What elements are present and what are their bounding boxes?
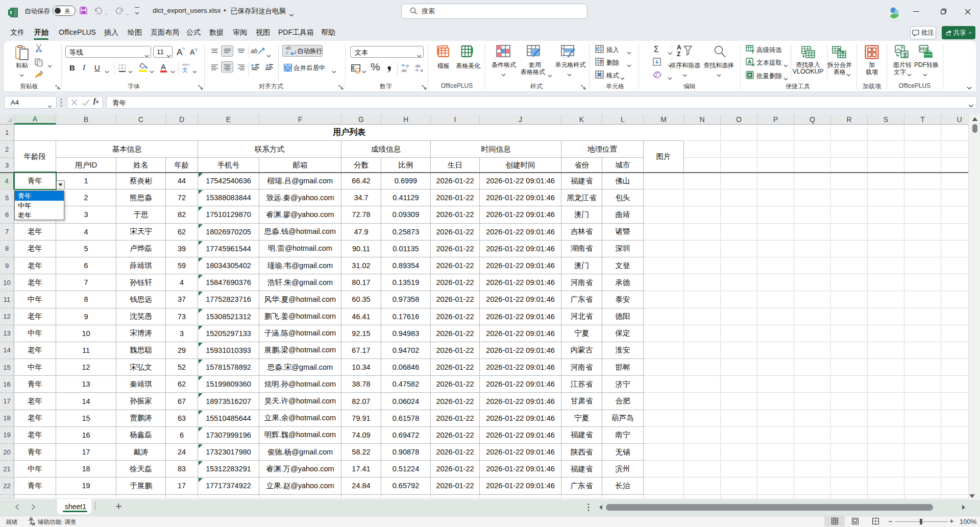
svg-text:.00: .00 [401, 68, 407, 73]
svg-text:.00: .00 [414, 64, 421, 68]
svg-text:0: 0 [406, 64, 409, 68]
svg-text:0: 0 [421, 68, 423, 73]
svg-text:文: 文 [902, 52, 908, 58]
svg-text:A: A [747, 59, 751, 65]
